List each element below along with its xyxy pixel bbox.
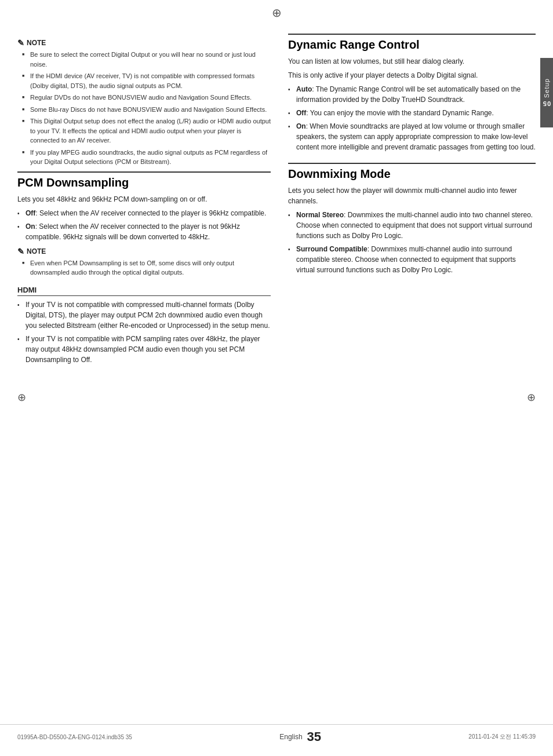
hdmi-text-1: If your TV is not compatible with compre… <box>26 300 271 331</box>
hdmi-item-1: • If your TV is not compatible with comp… <box>17 300 271 331</box>
pcm-divider <box>17 171 271 173</box>
pcm-note-header: ✎ NOTE <box>17 247 271 256</box>
note-item: If the HDMI device (AV receiver, TV) is … <box>22 71 271 90</box>
downmixing-intro: Lets you select how the player will down… <box>288 185 536 206</box>
note-pencil-icon-2: ✎ <box>17 247 24 256</box>
bottom-compass-row: ⊕ ⊕ <box>0 391 553 404</box>
downmix-normal-text: Normal Stereo: Downmixes the multi-chann… <box>296 210 536 241</box>
dynamic-range-title: Dynamic Range Control <box>288 38 536 52</box>
dynamic-range-intro2: This is only active if your player detec… <box>288 70 536 81</box>
drc-off-text: Off: You can enjoy the movie with the st… <box>296 108 536 118</box>
dynamic-range-intro1: You can listen at low volumes, but still… <box>288 56 536 67</box>
footer-left-text: 01995A-BD-D5500-ZA-ENG-0124.indb35 35 <box>17 734 132 740</box>
bullet-dot: • <box>288 108 296 118</box>
drc-on-text: On: When Movie soundtracks are played at… <box>296 121 536 152</box>
side-tab: 05 Setup <box>540 58 553 127</box>
downmix-surround-text: Surround Compatible: Downmixes multi-cha… <box>296 244 536 275</box>
downmix-surround-item: • Surround Compatible: Downmixes multi-c… <box>288 244 536 275</box>
hdmi-section: HDMI • If your TV is not compatible with… <box>17 286 271 365</box>
bullet-dot: • <box>288 210 296 241</box>
pcm-downsampling-section: PCM Downsampling Lets you set 48kHz and … <box>17 171 271 277</box>
hdmi-text-2: If your TV is not compatible with PCM sa… <box>26 334 271 365</box>
bullet-dot: • <box>17 334 26 365</box>
downmixing-title: Downmixing Mode <box>288 167 536 181</box>
pcm-intro: Lets you set 48kHz and 96kHz PCM down-sa… <box>17 194 271 204</box>
hdmi-title: HDMI <box>17 286 271 296</box>
top-note-header: ✎ NOTE <box>17 38 271 48</box>
pcm-note-list: Even when PCM Downsampling is set to Off… <box>17 258 271 277</box>
downmixing-divider <box>288 163 536 164</box>
note-item: Regular DVDs do not have BONUSVIEW audio… <box>22 93 271 103</box>
pcm-on-text: On: Select when the AV receiver connecte… <box>26 221 271 242</box>
bottom-compass-left-icon: ⊕ <box>17 391 26 404</box>
top-compass-icon: ⊕ <box>0 0 553 22</box>
bullet-dot: • <box>17 221 26 242</box>
main-content: ✎ NOTE Be sure to select the correct Dig… <box>0 22 553 379</box>
note-pencil-icon: ✎ <box>17 38 24 48</box>
english-label: English <box>279 733 302 741</box>
note-item: Some Blu-ray Discs do not have BONUSVIEW… <box>22 105 271 115</box>
drc-auto-text: Auto: The Dynamic Range Control will be … <box>296 84 536 105</box>
note-item: If you play MPEG audio soundtracks, the … <box>22 148 271 167</box>
footer-right-text: 2011-01-24 오전 11:45:39 <box>468 733 536 741</box>
page-number: 35 <box>307 729 321 744</box>
note-item: This Digital Output setup does not effec… <box>22 116 271 145</box>
top-note-box: ✎ NOTE Be sure to select the correct Dig… <box>17 38 271 167</box>
left-column: ✎ NOTE Be sure to select the correct Dig… <box>17 34 282 368</box>
dynamic-range-section: Dynamic Range Control You can listen at … <box>288 34 536 152</box>
note-item: Be sure to select the correct Digital Ou… <box>22 50 271 69</box>
pcm-on-item: • On: Select when the AV receiver connec… <box>17 221 271 242</box>
drc-off-item: • Off: You can enjoy the movie with the … <box>288 108 536 118</box>
footer-center: English 35 <box>279 729 321 744</box>
dynamic-range-divider <box>288 34 536 35</box>
drc-on-item: • On: When Movie soundtracks are played … <box>288 121 536 152</box>
bullet-dot: • <box>288 121 296 152</box>
top-note-list: Be sure to select the correct Digital Ou… <box>17 50 271 167</box>
bottom-compass-right-icon: ⊕ <box>527 391 536 404</box>
page-footer: 01995A-BD-D5500-ZA-ENG-0124.indb35 35 En… <box>0 724 553 744</box>
drc-auto-item: • Auto: The Dynamic Range Control will b… <box>288 84 536 105</box>
pcm-off-text: Off: Select when the AV receiver connect… <box>26 208 271 218</box>
bullet-dot: • <box>17 300 26 331</box>
pcm-off-item: • Off: Select when the AV receiver conne… <box>17 208 271 218</box>
bullet-dot: • <box>17 208 26 218</box>
downmixing-section: Downmixing Mode Lets you select how the … <box>288 163 536 275</box>
hdmi-item-2: • If your TV is not compatible with PCM … <box>17 334 271 365</box>
pcm-note-item: Even when PCM Downsampling is set to Off… <box>22 258 271 277</box>
page-container: ⊕ 05 Setup ✎ NOTE Be sure to select the … <box>0 0 553 756</box>
bullet-dot: • <box>288 84 296 105</box>
right-column: Dynamic Range Control You can listen at … <box>282 34 536 368</box>
pcm-note-box: ✎ NOTE Even when PCM Downsampling is set… <box>17 247 271 277</box>
bullet-dot: • <box>288 244 296 275</box>
downmix-normal-item: • Normal Stereo: Downmixes the multi-cha… <box>288 210 536 241</box>
pcm-title: PCM Downsampling <box>17 176 271 189</box>
